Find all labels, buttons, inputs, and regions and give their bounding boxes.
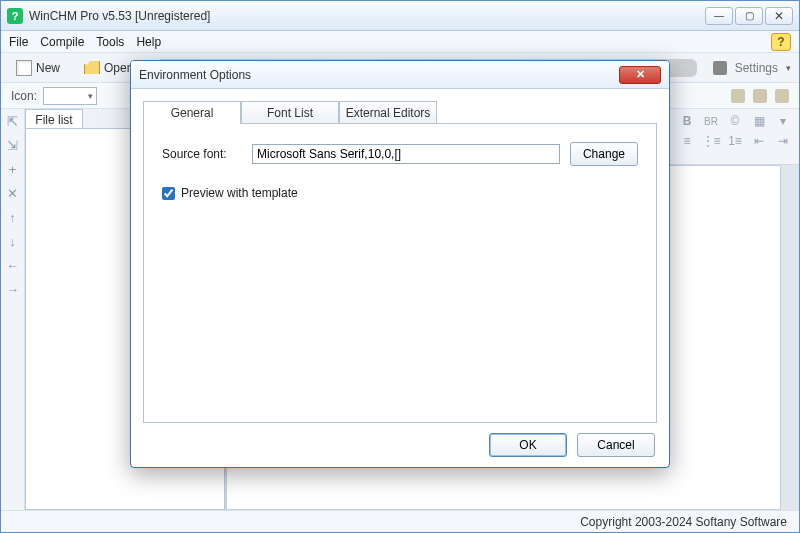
statusbar: Copyright 2003-2024 Softany Software xyxy=(1,510,799,532)
menu-help[interactable]: Help xyxy=(136,35,161,49)
icon-combo[interactable] xyxy=(43,87,97,105)
help-icon[interactable]: ? xyxy=(771,33,791,51)
open-folder-icon xyxy=(84,60,100,76)
tab-general[interactable]: General xyxy=(143,101,241,124)
move-left-icon[interactable]: ← xyxy=(5,257,21,273)
filelist-tab[interactable]: File list xyxy=(25,109,83,129)
list-number-icon[interactable]: 1≡ xyxy=(727,133,743,149)
bold-icon[interactable]: B xyxy=(679,113,695,129)
tree-expand-icon[interactable]: ⇲ xyxy=(5,137,21,153)
indent-icon[interactable]: ⇥ xyxy=(775,133,791,149)
ok-button[interactable]: OK xyxy=(489,433,567,457)
dropdown-icon[interactable]: ▾ xyxy=(775,113,791,129)
menubar: File Compile Tools Help ? xyxy=(1,31,799,53)
titlebar: ? WinCHM Pro v5.53 [Unregistered] — ▢ ✕ xyxy=(1,1,799,31)
move-down-icon[interactable]: ↓ xyxy=(5,233,21,249)
refresh-icon[interactable] xyxy=(775,89,789,103)
menu-compile[interactable]: Compile xyxy=(40,35,84,49)
app-icon: ? xyxy=(7,8,23,24)
move-right-icon[interactable]: → xyxy=(5,281,21,297)
list-bullet-icon[interactable]: ⋮≡ xyxy=(703,133,719,149)
tree-collapse-icon[interactable]: ⇱ xyxy=(5,113,21,129)
open-label: Open xyxy=(104,61,133,75)
cancel-button[interactable]: Cancel xyxy=(577,433,655,457)
dialog-title: Environment Options xyxy=(139,68,619,82)
new-label: New xyxy=(36,61,60,75)
bookmark-icon[interactable] xyxy=(731,89,745,103)
environment-options-dialog: Environment Options ✕ General Font List … xyxy=(130,60,670,468)
settings-label[interactable]: Settings xyxy=(735,61,778,75)
menu-file[interactable]: File xyxy=(9,35,28,49)
dialog-close-button[interactable]: ✕ xyxy=(619,66,661,84)
preview-template-label: Preview with template xyxy=(181,186,298,200)
break-icon[interactable]: BR xyxy=(703,113,719,129)
copyright-icon[interactable]: © xyxy=(727,113,743,129)
change-button[interactable]: Change xyxy=(570,142,638,166)
source-font-input[interactable] xyxy=(252,144,560,164)
tab-general-page: Source font: Change Preview with templat… xyxy=(143,123,657,423)
tab-font-list[interactable]: Font List xyxy=(241,101,339,123)
add-icon[interactable]: + xyxy=(5,161,21,177)
move-up-icon[interactable]: ↑ xyxy=(5,209,21,225)
source-font-label: Source font: xyxy=(162,147,242,161)
flag-icon[interactable] xyxy=(753,89,767,103)
new-icon xyxy=(16,60,32,76)
dialog-titlebar: Environment Options ✕ xyxy=(131,61,669,89)
more-icon[interactable]: ▦ xyxy=(751,113,767,129)
icon-label: Icon: xyxy=(11,89,37,103)
preview-template-checkbox[interactable] xyxy=(162,187,175,200)
delete-icon[interactable]: ✕ xyxy=(5,185,21,201)
outdent-icon[interactable]: ⇤ xyxy=(751,133,767,149)
menu-tools[interactable]: Tools xyxy=(96,35,124,49)
settings-dropdown-icon[interactable]: ▾ xyxy=(786,63,791,73)
align-center-icon[interactable]: ≡ xyxy=(679,133,695,149)
settings-icon xyxy=(713,61,727,75)
minimize-button[interactable]: — xyxy=(705,7,733,25)
copyright-text: Copyright 2003-2024 Softany Software xyxy=(580,515,787,529)
tab-external-editors[interactable]: External Editors xyxy=(339,101,437,123)
dialog-tabs: General Font List External Editors xyxy=(143,101,657,123)
dialog-footer: OK Cancel xyxy=(131,423,669,467)
close-button[interactable]: ✕ xyxy=(765,7,793,25)
maximize-button[interactable]: ▢ xyxy=(735,7,763,25)
new-button[interactable]: New xyxy=(9,57,67,79)
vertical-toolbar: ⇱ ⇲ + ✕ ↑ ↓ ← → xyxy=(1,109,25,510)
window-title: WinCHM Pro v5.53 [Unregistered] xyxy=(29,9,705,23)
